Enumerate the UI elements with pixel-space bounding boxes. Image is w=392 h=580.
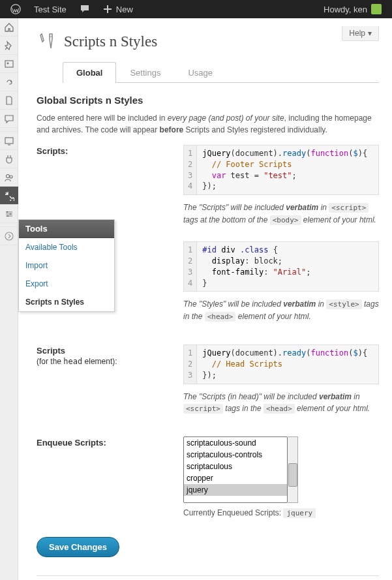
footer-credit: Thank you for creating with WordPress. bbox=[37, 575, 379, 580]
head-scripts-caption: The "Scripts (in head)" will be included… bbox=[183, 391, 379, 415]
scrollbar[interactable] bbox=[288, 436, 298, 503]
tools-header-icon bbox=[37, 31, 57, 52]
sidebar-posts[interactable] bbox=[0, 37, 18, 55]
tools-flyout: Tools Available Tools Import Export Scri… bbox=[18, 219, 115, 312]
svg-rect-1 bbox=[5, 61, 13, 67]
code-area: jQuery(document).ready(function($){ // H… bbox=[197, 345, 372, 383]
pushpin-icon bbox=[4, 40, 14, 51]
comment-icon bbox=[4, 114, 14, 124]
sidebar-media[interactable] bbox=[0, 55, 18, 73]
label-enqueue: Enqueue Scripts: bbox=[37, 436, 183, 448]
styles-editor[interactable]: 1 2 3 4 #id div .class { display: block;… bbox=[183, 241, 379, 292]
plus-icon bbox=[103, 5, 112, 14]
sidebar-settings[interactable] bbox=[0, 205, 18, 223]
home-icon bbox=[4, 22, 14, 33]
sidebar-tools[interactable] bbox=[0, 187, 18, 205]
help-button[interactable]: Help ▾ bbox=[342, 26, 379, 41]
admin-sidebar: Tools Available Tools Import Export Scri… bbox=[0, 18, 18, 580]
label-scripts: Scripts: bbox=[37, 145, 183, 156]
media-icon bbox=[4, 59, 14, 69]
sidebar-collapse[interactable] bbox=[0, 227, 18, 245]
plugin-icon bbox=[4, 154, 14, 164]
svg-point-7 bbox=[10, 213, 12, 215]
code-area: jQuery(document).ready(function($){ // F… bbox=[197, 145, 372, 194]
currently-enqueued: Currently Enqueued Scripts: jquery bbox=[183, 508, 379, 517]
svg-point-9 bbox=[5, 232, 13, 240]
avatar bbox=[371, 4, 382, 14]
collapse-icon bbox=[4, 231, 14, 241]
svg-point-2 bbox=[7, 62, 9, 64]
page-title: Scripts n Styles bbox=[64, 33, 157, 50]
site-name-link[interactable]: Test Site bbox=[27, 0, 73, 18]
svg-rect-3 bbox=[5, 138, 13, 144]
users-icon bbox=[4, 172, 14, 183]
flyout-item-available-tools[interactable]: Available Tools bbox=[19, 238, 114, 256]
intro-text: Code entered here will be included in ev… bbox=[37, 112, 379, 136]
flyout-item-export[interactable]: Export bbox=[19, 275, 114, 293]
enqueue-scripts-select[interactable]: scriptaculous-sound scriptaculous-contro… bbox=[183, 436, 288, 503]
admin-bar: Test Site New Howdy, ken bbox=[0, 0, 392, 18]
svg-point-4 bbox=[7, 174, 10, 177]
label-scripts-head: Scripts (for the head element): bbox=[37, 344, 183, 366]
svg-point-6 bbox=[7, 211, 8, 213]
appearance-icon bbox=[4, 136, 14, 146]
tools-icon bbox=[4, 191, 14, 201]
wp-logo-button[interactable] bbox=[4, 0, 27, 18]
code-area: #id div .class { display: block; font-fa… bbox=[197, 242, 316, 291]
sidebar-links[interactable] bbox=[0, 73, 18, 91]
sidebar-users[interactable] bbox=[0, 168, 18, 187]
flyout-item-import[interactable]: Import bbox=[19, 256, 114, 275]
footer-scripts-editor[interactable]: 1 2 3 4 jQuery(document).ready(function(… bbox=[183, 145, 379, 195]
help-label: Help bbox=[349, 29, 365, 38]
comment-icon bbox=[80, 4, 90, 14]
page-icon bbox=[4, 95, 14, 106]
flyout-item-scripts-n-styles[interactable]: Scripts n Styles bbox=[19, 293, 114, 311]
svg-point-5 bbox=[10, 176, 12, 178]
settings-icon bbox=[4, 209, 14, 219]
new-content-link[interactable]: New bbox=[97, 0, 140, 18]
wordpress-icon bbox=[10, 4, 21, 14]
styles-caption: The "Styles" will be included verbatim i… bbox=[183, 298, 379, 322]
flyout-header: Tools bbox=[19, 220, 114, 238]
footer-scripts-caption: The "Scripts" will be included verbatim … bbox=[183, 202, 379, 226]
tabs: Global Settings Usage bbox=[63, 61, 379, 83]
section-heading: Global Scripts n Styles bbox=[37, 95, 379, 106]
sidebar-pages[interactable] bbox=[0, 91, 18, 110]
sidebar-comments[interactable] bbox=[0, 110, 18, 128]
tab-global[interactable]: Global bbox=[63, 62, 116, 83]
gutter: 1 2 3 bbox=[184, 345, 197, 383]
new-content-label: New bbox=[116, 5, 133, 14]
howdy-text: Howdy, ken bbox=[324, 5, 367, 14]
chevron-down-icon: ▾ bbox=[368, 29, 372, 38]
link-icon bbox=[4, 77, 14, 87]
gutter: 1 2 3 4 bbox=[184, 242, 197, 291]
comments-link[interactable] bbox=[73, 0, 97, 18]
tab-settings[interactable]: Settings bbox=[116, 62, 174, 83]
tab-usage[interactable]: Usage bbox=[174, 62, 226, 83]
sidebar-appearance[interactable] bbox=[0, 132, 18, 150]
sidebar-dashboard[interactable] bbox=[0, 18, 18, 37]
scroll-thumb[interactable] bbox=[288, 463, 297, 487]
svg-point-8 bbox=[7, 215, 9, 217]
sidebar-plugins[interactable] bbox=[0, 150, 18, 168]
gutter: 1 2 3 4 bbox=[184, 145, 197, 194]
account-link[interactable]: Howdy, ken bbox=[317, 0, 388, 18]
head-scripts-editor[interactable]: 1 2 3 jQuery(document).ready(function($)… bbox=[183, 344, 379, 384]
save-changes-button[interactable]: Save Changes bbox=[37, 537, 119, 557]
